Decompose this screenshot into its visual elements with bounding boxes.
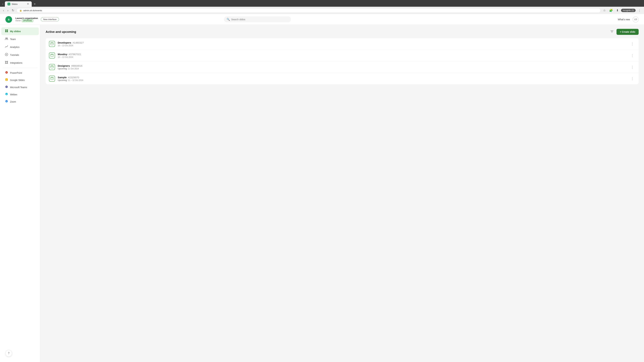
event-date-developers: 10 – 13 Oct 2024 xyxy=(58,44,629,47)
event-info-sample: Sample #2329970 Upcoming: 11 – 12 Oct 20… xyxy=(58,76,629,81)
browser-tabs: ‹ S Slidos ✕ + xyxy=(0,0,644,7)
extensions-button[interactable]: 🧩 xyxy=(608,8,614,13)
google-slides-icon: G xyxy=(5,78,8,82)
svg-point-6 xyxy=(6,38,6,39)
sidebar-label-zoom: Zoom xyxy=(10,100,16,103)
slido-logo-icon: s xyxy=(5,16,12,23)
event-menu-button-developers[interactable]: ⋮ xyxy=(629,41,635,46)
address-bar[interactable]: 🔒 admin.sli.do/events xyxy=(16,8,601,13)
event-item-moodoy[interactable]: Moodoy #37867021 10 – 13 Oct 2024 ⋮ xyxy=(46,50,639,61)
event-date-designers: Upcoming: 11 Oct 2024 xyxy=(58,67,629,70)
app-header: s Lauren's organization Owner UPGRADE Ne… xyxy=(0,14,644,25)
reload-button[interactable]: ↻ xyxy=(11,8,15,13)
sidebar-item-tutorials[interactable]: Tutorials xyxy=(1,51,39,59)
sidebar-item-integrations[interactable]: Integrations xyxy=(1,59,39,66)
calendar-icon-sample xyxy=(49,76,55,82)
sidebar-label-google-slides: Google Slides xyxy=(10,79,25,81)
new-tab-button[interactable]: + xyxy=(32,1,37,7)
svg-rect-31 xyxy=(51,42,53,45)
svg-text:s: s xyxy=(8,18,10,21)
svg-rect-3 xyxy=(7,29,8,31)
search-input[interactable] xyxy=(231,18,288,21)
sidebar-item-microsoft-teams[interactable]: T Microsoft Teams xyxy=(1,84,39,91)
sidebar-item-webex[interactable]: W Webex xyxy=(1,91,39,98)
sidebar-item-zoom[interactable]: Z Zoom xyxy=(1,98,39,105)
svg-point-12 xyxy=(5,63,6,64)
svg-text:T: T xyxy=(6,86,7,88)
filter-button[interactable] xyxy=(610,29,614,35)
event-title-moodoy: Moodoy #37867021 xyxy=(58,53,629,56)
section-title: Active and upcoming xyxy=(46,30,76,34)
svg-text:W: W xyxy=(6,93,7,95)
slido-logo[interactable]: s xyxy=(5,16,12,23)
event-info-designers: Designers #8664816 Upcoming: 11 Oct 2024 xyxy=(58,64,629,70)
svg-rect-2 xyxy=(5,29,6,31)
main-content: Active and upcoming + Create slido xyxy=(40,25,644,362)
search-icon: 🔍 xyxy=(226,18,230,21)
sidebar-label-powerpoint: PowerPoint xyxy=(10,71,22,74)
sidebar: My slidos Team Analytics Tutorials xyxy=(0,25,40,362)
sidebar-item-my-slidos[interactable]: My slidos xyxy=(1,27,39,35)
sidebar-label-analytics: Analytics xyxy=(10,46,20,48)
back-button[interactable]: ‹ xyxy=(2,8,5,13)
org-role: Owner UPGRADE xyxy=(16,19,38,22)
calendar-icon xyxy=(50,77,54,81)
event-item-developers[interactable]: Developers #1480327 10 – 13 Oct 2024 ⋮ xyxy=(46,38,639,50)
event-info-developers: Developers #1480327 10 – 13 Oct 2024 xyxy=(58,41,629,47)
tab-close-button[interactable]: ✕ xyxy=(27,3,29,5)
tab-back-icon[interactable]: ‹ xyxy=(1,2,4,6)
sidebar-item-google-slides[interactable]: G Google Slides xyxy=(1,77,39,83)
calendar-icon-designers xyxy=(49,64,55,70)
browser-toolbar: ‹ › ↻ 🔒 admin.sli.do/events ☆ 🧩 ⬇ Incogn… xyxy=(0,7,644,14)
calendar-icon xyxy=(50,53,54,58)
event-item-designers[interactable]: Designers #8664816 Upcoming: 11 Oct 2024… xyxy=(46,61,639,73)
address-text: admin.sli.do/events xyxy=(23,9,42,12)
tutorials-icon xyxy=(5,53,8,57)
sidebar-item-powerpoint[interactable]: P PowerPoint xyxy=(1,69,39,76)
header-actions: + Create slido xyxy=(610,29,639,35)
bookmark-button[interactable]: ☆ xyxy=(602,8,607,13)
event-title-designers: Designers #8664816 xyxy=(58,64,629,67)
event-item-sample[interactable]: Sample #2329970 Upcoming: 11 – 12 Oct 20… xyxy=(46,73,639,84)
event-date-moodoy: 10 – 13 Oct 2024 xyxy=(58,56,629,58)
content-header: Active and upcoming + Create slido xyxy=(46,29,639,35)
grid-icon xyxy=(5,29,8,33)
event-info-moodoy: Moodoy #37867021 10 – 13 Oct 2024 xyxy=(58,53,629,58)
sidebar-label-microsoft-teams: Microsoft Teams xyxy=(10,86,27,89)
sidebar-label-tutorials: Tutorials xyxy=(10,54,19,56)
toolbar-actions: ☆ 🧩 ⬇ Incognito (2) ⋮ xyxy=(602,8,642,13)
zoom-icon: Z xyxy=(5,100,8,103)
avatar-button[interactable]: LD xyxy=(632,16,639,22)
forward-button[interactable]: › xyxy=(6,8,10,13)
sidebar-item-analytics[interactable]: Analytics xyxy=(1,43,39,51)
browser-tab-active[interactable]: S Slidos ✕ xyxy=(5,1,32,7)
event-menu-button-designers[interactable]: ⋮ xyxy=(629,64,635,70)
app-body: My slidos Team Analytics Tutorials xyxy=(0,25,644,362)
download-button[interactable]: ⬇ xyxy=(615,8,620,13)
new-interface-button[interactable]: New interface xyxy=(41,17,59,21)
svg-text:P: P xyxy=(6,72,7,73)
event-list: Developers #1480327 10 – 13 Oct 2024 ⋮ xyxy=(46,38,639,84)
event-menu-button-sample[interactable]: ⋮ xyxy=(629,76,635,81)
svg-rect-35 xyxy=(51,54,53,56)
svg-text:G: G xyxy=(6,79,7,81)
tab-title: Slidos xyxy=(12,3,18,5)
create-slido-button[interactable]: + Create slido xyxy=(616,29,639,35)
app-wrapper: s Lauren's organization Owner UPGRADE Ne… xyxy=(0,14,644,362)
svg-point-13 xyxy=(7,63,8,64)
event-menu-button-moodoy[interactable]: ⋮ xyxy=(629,53,635,58)
incognito-badge[interactable]: Incognito (2) xyxy=(621,9,636,12)
whats-new-button[interactable]: What's new xyxy=(618,18,630,21)
upgrade-badge[interactable]: UPGRADE xyxy=(22,19,33,22)
svg-point-8 xyxy=(8,45,8,46)
sidebar-item-team[interactable]: Team xyxy=(1,35,39,43)
calendar-icon-moodoy xyxy=(49,52,55,58)
search-box[interactable]: 🔍 xyxy=(224,16,291,22)
help-button[interactable]: ? xyxy=(5,350,12,357)
menu-button[interactable]: ⋮ xyxy=(637,8,642,13)
team-icon xyxy=(5,37,8,41)
svg-rect-5 xyxy=(7,31,8,32)
svg-rect-39 xyxy=(51,66,53,68)
microsoft-teams-icon: T xyxy=(5,85,8,89)
calendar-icon xyxy=(50,42,54,46)
